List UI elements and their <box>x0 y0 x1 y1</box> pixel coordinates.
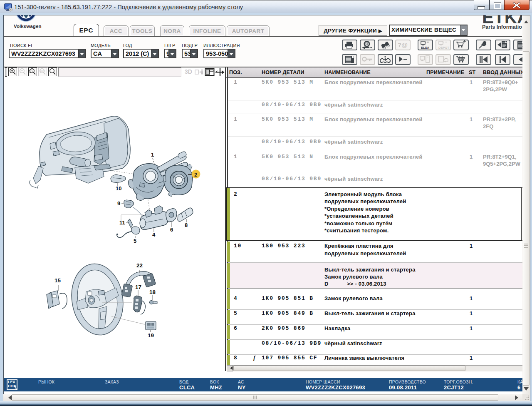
svg-text:11: 11 <box>119 219 125 226</box>
svg-text:22: 22 <box>136 262 143 269</box>
svg-text:18: 18 <box>149 289 156 295</box>
svg-text:4: 4 <box>152 232 156 238</box>
svg-text:100%: 100% <box>40 70 45 72</box>
svg-text:9: 9 <box>117 200 120 207</box>
svg-text:15: 15 <box>54 277 61 284</box>
svg-text:6: 6 <box>170 227 173 233</box>
svg-text:10: 10 <box>116 185 121 192</box>
svg-text:?@: ?@ <box>398 41 408 48</box>
svg-text:8: 8 <box>185 222 188 228</box>
svg-text:ELSA: ELSA <box>421 46 430 50</box>
svg-text:17: 17 <box>135 284 141 290</box>
svg-text:2: 2 <box>194 172 197 178</box>
svg-text:19: 19 <box>148 332 154 339</box>
svg-text:DEPOT: DEPOT <box>438 46 449 50</box>
svg-text:5: 5 <box>134 238 136 244</box>
svg-text:1: 1 <box>151 152 154 158</box>
